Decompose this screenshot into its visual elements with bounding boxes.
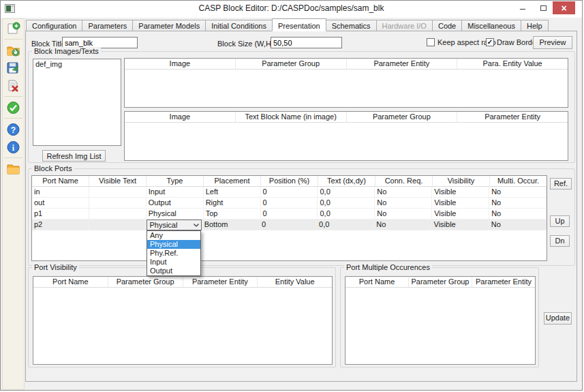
column-header: Port Name	[345, 277, 409, 287]
svg-text:?: ?	[11, 125, 16, 135]
column-header: Placement	[204, 176, 261, 186]
cell-visibility[interactable]: Visible	[432, 209, 489, 220]
cell-port-name[interactable]: out	[32, 198, 89, 209]
image-parameter-table[interactable]: Image Parameter Group Parameter Entity P…	[124, 58, 568, 108]
column-header: Parameter Group	[347, 112, 458, 122]
column-header: Port Name	[33, 277, 108, 287]
cell-position[interactable]: 0	[261, 209, 318, 220]
cell-multi-occur[interactable]: No	[489, 220, 547, 230]
close-button[interactable]: ×	[553, 1, 575, 14]
save-icon[interactable]	[6, 61, 20, 75]
tab-code[interactable]: Code	[432, 20, 462, 31]
maximize-button[interactable]	[533, 1, 553, 14]
up-button[interactable]: Up	[550, 215, 570, 227]
port-multiple-occurences-table[interactable]: Port Name Parameter Group Parameter Enti…	[345, 276, 536, 365]
cell-position[interactable]: 0	[261, 187, 318, 198]
tab-miscellaneous[interactable]: Miscellaneous	[461, 20, 521, 31]
dn-button[interactable]: Dn	[550, 235, 570, 247]
reload-folder-icon[interactable]	[6, 44, 20, 57]
apply-icon[interactable]	[6, 101, 20, 115]
text-block-table[interactable]: Image Text Block Name (in image) Paramet…	[124, 111, 568, 161]
cell-multi-occur[interactable]: No	[489, 209, 547, 220]
cell-visible-text[interactable]	[89, 220, 147, 230]
column-header: Entity Value	[258, 277, 332, 287]
cell-placement[interactable]: Bottom	[202, 220, 260, 230]
column-header: Multi. Occur.	[490, 176, 547, 186]
block-ports-table-header: Port Name Visible Text Type Placement Po…	[32, 176, 547, 187]
port-visibility-table[interactable]: Port Name Parameter Group Parameter Enti…	[33, 276, 333, 365]
column-header: Parameter Group	[236, 59, 347, 69]
block-ports-table[interactable]: Port Name Visible Text Type Placement Po…	[31, 175, 547, 261]
cell-visible-text[interactable]	[89, 187, 147, 198]
tab-help[interactable]: Help	[521, 20, 549, 31]
cell-text-dxdy[interactable]: 0,0	[317, 220, 374, 230]
block-size-input[interactable]	[271, 37, 342, 48]
cell-type[interactable]: Output	[147, 198, 204, 209]
type-dropdown-list: Any Physical Phy.Ref. Input Output	[147, 230, 201, 276]
tab-presentation[interactable]: Presentation	[272, 18, 326, 31]
delete-icon[interactable]	[6, 79, 20, 93]
refresh-img-list-button[interactable]: Refresh Img List	[42, 150, 106, 162]
image-list-item[interactable]: def_img	[33, 59, 121, 69]
type-option-output[interactable]: Output	[147, 267, 200, 275]
image-listbox[interactable]: def_img	[33, 59, 121, 146]
cell-visibility[interactable]: Visible	[432, 220, 489, 230]
toolbar-separator	[4, 39, 22, 40]
cell-placement[interactable]: Right	[204, 198, 261, 209]
port-multiple-occurences-group-label: Port Multiple Occurences	[344, 263, 432, 271]
maximize-icon	[540, 5, 547, 11]
port-row-in[interactable]: in Input Left 0 0,0 No Visible No	[32, 187, 547, 198]
cell-multi-occur[interactable]: No	[489, 187, 547, 198]
port-row-out[interactable]: out Output Right 0 0,0 No Visible No	[32, 198, 547, 209]
draw-border-checkbox[interactable]: ✓ Draw Border	[486, 38, 539, 46]
update-button[interactable]: Update	[544, 312, 572, 325]
port-row-p2[interactable]: p2 Physical Bottom 0 0,0 No Visible No	[32, 220, 547, 230]
help-icon[interactable]: ?	[6, 123, 20, 136]
new-block-icon[interactable]	[6, 22, 20, 35]
library-folder-icon[interactable]	[6, 162, 20, 176]
cell-visible-text[interactable]	[89, 198, 147, 209]
cell-type: Physical	[147, 220, 202, 230]
cell-position[interactable]: 0	[260, 220, 317, 230]
cell-port-name[interactable]: in	[32, 187, 89, 198]
column-header: Type	[147, 176, 204, 186]
type-option-any[interactable]: Any	[147, 231, 200, 240]
minimize-button[interactable]: –	[512, 1, 533, 14]
cell-port-name[interactable]: p2	[32, 220, 89, 230]
type-option-input[interactable]: Input	[147, 258, 200, 267]
cell-placement[interactable]: Top	[204, 209, 261, 220]
cell-conn-req[interactable]: No	[375, 198, 432, 209]
cell-type[interactable]: Physical	[147, 209, 204, 220]
info-icon[interactable]: i	[6, 140, 20, 154]
preview-button[interactable]: Preview	[533, 36, 572, 49]
cell-visibility[interactable]: Visible	[432, 198, 489, 209]
cell-visibility[interactable]: Visible	[432, 187, 489, 198]
cell-conn-req[interactable]: No	[375, 187, 432, 198]
tab-parameter-models[interactable]: Parameter Models	[132, 20, 206, 31]
cell-placement[interactable]: Left	[204, 187, 261, 198]
cell-text-dxdy[interactable]: 0,0	[318, 198, 375, 209]
tab-configuration[interactable]: Configuration	[26, 20, 82, 31]
cell-text-dxdy[interactable]: 0,0	[318, 209, 375, 220]
cell-position[interactable]: 0	[261, 198, 318, 209]
cell-type[interactable]: Input	[147, 187, 204, 198]
tab-initial-conditions[interactable]: Initial Conditions	[205, 20, 273, 31]
cell-text-dxdy[interactable]: 0,0	[318, 187, 375, 198]
type-option-phy-ref[interactable]: Phy.Ref.	[147, 249, 200, 258]
column-header: Position (%)	[261, 176, 318, 186]
type-combobox[interactable]: Physical	[147, 220, 201, 230]
type-option-physical[interactable]: Physical	[147, 240, 200, 249]
cell-visible-text[interactable]	[89, 209, 147, 220]
tab-parameters[interactable]: Parameters	[82, 20, 133, 31]
cell-multi-occur[interactable]: No	[489, 198, 547, 209]
cell-port-name[interactable]: p1	[32, 209, 89, 220]
tab-schematics[interactable]: Schematics	[326, 20, 377, 31]
ref-button[interactable]: Ref.	[550, 178, 572, 190]
titlebar: CASP Block Editor: D:/CASPDoc/samples/sa…	[1, 1, 582, 18]
port-row-p1[interactable]: p1 Physical Top 0 0,0 No Visible No	[32, 209, 547, 220]
block-size-label: Block Size (W,H)	[217, 40, 274, 48]
column-header: Port Name	[32, 176, 89, 186]
cell-conn-req[interactable]: No	[374, 220, 431, 230]
cell-conn-req[interactable]: No	[375, 209, 432, 220]
left-toolbar: ? i	[2, 18, 25, 390]
